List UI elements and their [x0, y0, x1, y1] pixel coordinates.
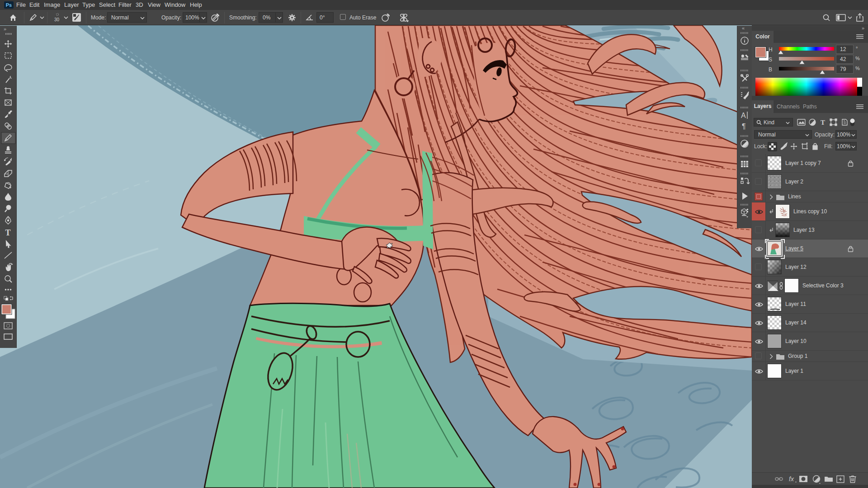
svg-text:T: T [821, 119, 825, 126]
svg-text:A: A [741, 112, 746, 119]
svg-text:¶: ¶ [742, 122, 746, 130]
svg-text:»: » [4, 26, 6, 32]
svg-text:T: T [5, 228, 11, 237]
svg-text:«: « [742, 26, 745, 31]
svg-text:fx: fx [789, 475, 794, 483]
